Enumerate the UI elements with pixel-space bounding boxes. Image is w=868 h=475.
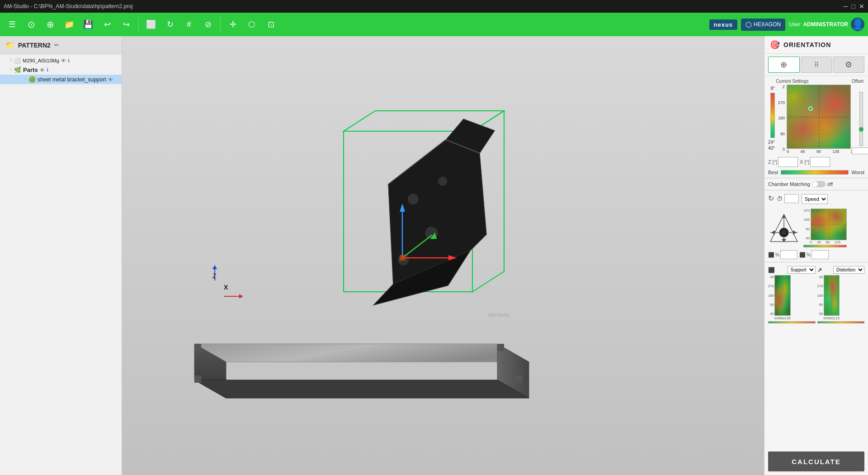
support-dropdown[interactable]: Support: [788, 266, 816, 274]
close-btn[interactable]: ✕: [859, 3, 864, 10]
best-worst-bar: Best Worst: [764, 169, 868, 177]
maximize-btn[interactable]: □: [852, 3, 855, 10]
tool-3d[interactable]: ⬡: [243, 16, 260, 33]
svg-text:X: X: [224, 284, 228, 291]
tool-select[interactable]: ⊡: [262, 16, 279, 33]
machine-visibility-icon[interactable]: 👁: [61, 58, 66, 63]
svg-marker-8: [515, 375, 522, 383]
tab-settings-icon: ⚙: [845, 60, 852, 70]
svg-text:AM-Studio: AM-Studio: [488, 313, 509, 318]
window-controls[interactable]: ─ □ ✕: [844, 3, 864, 10]
time-input[interactable]: 34: [784, 194, 799, 203]
distortion-map-container: 452701809030 04590115: [817, 275, 865, 320]
tab-grid[interactable]: ⠿: [801, 57, 832, 73]
tool-circle[interactable]: ⊘: [199, 16, 217, 33]
support-bar: [768, 321, 816, 323]
svg-point-39: [781, 230, 787, 235]
angle-input-2[interactable]: 33: [811, 250, 829, 259]
menu-button[interactable]: ☰: [4, 16, 21, 33]
support-icon: ⬛: [768, 267, 775, 273]
parts-info-icon[interactable]: ℹ: [47, 67, 48, 73]
support-yaxis: 452701809030: [768, 275, 774, 316]
x-input[interactable]: 0: [810, 157, 830, 167]
tool-grid[interactable]: #: [180, 16, 198, 33]
window-title: AM-Studio - C:\BP%_AM-Studio\data\hp\pat…: [4, 3, 132, 10]
offset-value-input[interactable]: 4.6182: [852, 147, 868, 154]
divider-1: [764, 178, 868, 178]
speed-map-xaxis: C4590125: [803, 240, 847, 244]
tree-item-bracket[interactable]: └ 🟢 sheet metal bracket_support 👁: [0, 75, 122, 84]
machine-info-icon[interactable]: ℹ: [68, 58, 70, 64]
viewport-3d[interactable]: X Z AM-Studio: [122, 36, 764, 475]
compass-area: 2701859030 C4590125: [764, 207, 868, 249]
tool-undo[interactable]: ↩: [99, 16, 116, 33]
orient-map-col: 04590135X: [787, 85, 854, 154]
angle-label-1: %: [775, 252, 779, 257]
support-xaxis: 04590135: [774, 316, 791, 320]
tool-save[interactable]: 💾: [80, 16, 97, 33]
map-yaxis: Z 270 180 90 0: [776, 85, 785, 152]
angle-input-1[interactable]: 33: [780, 250, 797, 259]
distortion-bar: [817, 321, 865, 323]
orientation-map-wrapper: Current Settings Offset Z 270 180 90 0: [776, 79, 868, 154]
distortion-header: ↗ Distortion: [817, 266, 865, 274]
time-icon: ⏱: [777, 195, 783, 202]
tab-settings[interactable]: ⚙: [833, 57, 864, 73]
tool-move[interactable]: ✛: [224, 16, 241, 33]
calculate-button[interactable]: CALCULATE: [768, 451, 864, 471]
support-map[interactable]: [774, 275, 791, 316]
compass[interactable]: [768, 212, 800, 244]
svg-marker-41: [771, 230, 775, 235]
tool-add[interactable]: ⊕: [42, 16, 59, 33]
distortion-map[interactable]: [824, 275, 840, 316]
distortion-xaxis: 04590115: [824, 316, 840, 320]
distortion-icon: ↗: [817, 267, 822, 273]
tree-item-parts[interactable]: └ 🌿 Parts 👁 ℹ: [0, 65, 122, 75]
tool-open[interactable]: 📁: [61, 16, 78, 33]
tool-rotate[interactable]: ↻: [161, 16, 179, 33]
toolbar-sep-1: [138, 17, 139, 32]
orient-controls: ↻ ⏱ 34 Speed: [764, 191, 868, 207]
minimize-btn[interactable]: ─: [844, 3, 848, 10]
tree-item-machine[interactable]: └ ⬜ M290_AlSi10Mg 👁 ℹ: [0, 56, 122, 65]
divider-3: [764, 262, 868, 262]
angle-group-2: ⬛ % 33: [799, 250, 829, 259]
distortion-dropdown[interactable]: Distortion: [833, 266, 864, 274]
svg-marker-4: [194, 380, 529, 398]
tool-box[interactable]: ⬜: [142, 16, 160, 33]
project-folder-icon: 📁: [5, 41, 14, 49]
speed-select[interactable]: Speed: [802, 194, 828, 204]
svg-marker-45: [782, 239, 786, 242]
orientation-map-section: 8° 24° 40° Current Settings Offset: [764, 76, 868, 157]
tab-grid-icon: ⠿: [814, 61, 818, 68]
support-card: ⬛ Support 452701809030: [768, 266, 816, 323]
main-toolbar: ☰ ⊙ ⊕ 📁 💾 ↩ ↪ ⬜ ↻ # ⊘ ✛ ⬡ ⊡ nexus ⬡ HEXA…: [0, 13, 868, 36]
svg-point-36: [809, 107, 812, 110]
tool-redo[interactable]: ↪: [118, 16, 135, 33]
z-input[interactable]: 299: [778, 157, 798, 167]
svg-marker-5: [194, 344, 201, 351]
refresh-button[interactable]: ↻: [768, 194, 774, 203]
svg-marker-47: [782, 214, 786, 218]
orientation-icon: 🎯: [770, 40, 780, 50]
chamber-matching-toggle[interactable]: [812, 181, 826, 187]
parts-visibility-icon[interactable]: 👁: [40, 67, 45, 73]
tab-add[interactable]: ⊕: [768, 57, 800, 73]
orientation-map[interactable]: [787, 85, 851, 149]
distortion-card: ↗ Distortion 452701809030: [817, 266, 865, 323]
orientation-header: 🎯 ORIENTATION: [764, 36, 868, 54]
toolbar-right: nexus ⬡ HEXAGON User ADMINISTRATOR 👤: [709, 18, 865, 31]
x-group: X [°] 0: [800, 157, 830, 167]
bracket-visibility-icon[interactable]: 👁: [108, 77, 113, 82]
support-map-col: 04590135: [774, 275, 791, 320]
project-name: PATTERN2: [18, 42, 51, 49]
right-panel: 🎯 ORIENTATION ⊕ ⠿ ⚙ 8° 24°: [764, 36, 868, 475]
offset-slider[interactable]: [859, 92, 863, 146]
tool-dot[interactable]: ⊙: [23, 16, 40, 33]
color-scale-labels: 8° 24° 40°: [768, 79, 775, 151]
offset-section: 4.6182: [854, 85, 868, 154]
project-edit-icon[interactable]: ✏: [54, 42, 59, 48]
user-area: User ADMINISTRATOR 👤: [789, 18, 864, 31]
main-area: 📁 PATTERN2 ✏ └ ⬜ M290_AlSi10Mg 👁 ℹ └ 🌿 P…: [0, 36, 868, 475]
svg-marker-43: [793, 230, 797, 235]
